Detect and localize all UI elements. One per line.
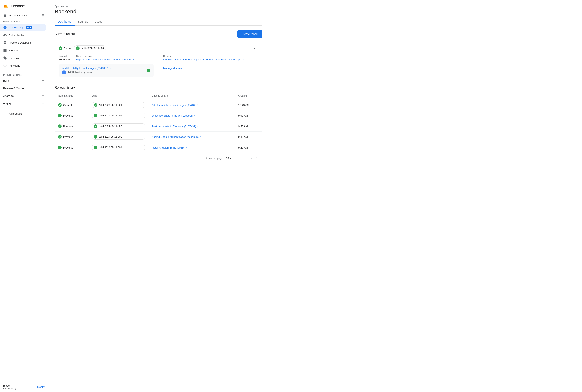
app-name: Firebase (11, 4, 25, 8)
create-rollout-button[interactable]: Create rollout (237, 30, 262, 38)
source-repo-link[interactable]: https://github.com/jhuleatt/tmp-angular-… (76, 58, 134, 61)
chevron-down-icon-engage (41, 102, 45, 105)
commit-link[interactable]: Add the ability to post images (6341067)… (62, 66, 112, 70)
commit-meta: J Jeff Huleatt • main (62, 70, 112, 74)
commit-external-icon: ↗ (110, 67, 112, 69)
build-cell: build-2024-05-11-001 (89, 132, 148, 142)
row-check-icon (58, 103, 62, 107)
build-badge: build-2024-05-11-004 (74, 46, 106, 51)
build-cell: build-2024-05-11-002 (89, 121, 148, 132)
external-link-icon: ↗ (132, 58, 134, 61)
table-row: Previousbuild-2024-05-11-002Post new cha… (55, 121, 262, 132)
commit-link-text: Add the ability to post images (6341067) (62, 66, 109, 70)
sidebar-category-build[interactable]: Build (0, 77, 48, 84)
project-shortcuts-label: Project shortcuts (0, 19, 48, 24)
storage-icon (3, 48, 7, 52)
build-text: build-2024-05-11-000 (99, 146, 122, 149)
table-body: Currentbuild-2024-05-11-004Add the abili… (55, 100, 262, 153)
change-link[interactable]: Install AngularFire (f04a06b) ↗ (152, 146, 187, 149)
project-overview-left: Project Overview (3, 14, 28, 17)
build-badge-cell: build-2024-05-11-003 (92, 113, 145, 118)
more-options-button[interactable]: ⋮ (251, 45, 258, 52)
build-badge-cell: build-2024-05-11-004 (92, 102, 145, 108)
sidebar-category-engage[interactable]: Engage (0, 100, 48, 107)
tab-settings[interactable]: Settings (75, 18, 92, 26)
tabs: Dashboard Settings Usage (55, 18, 262, 26)
page-info: 1 – 5 of 5 (235, 156, 246, 160)
check-circle-icon (59, 46, 62, 50)
modify-button[interactable]: Modify (37, 386, 45, 388)
build-row-icon (94, 135, 98, 139)
sidebar-item-authentication[interactable]: Authentication (0, 31, 46, 39)
build-cell: build-2024-05-11-004 (89, 100, 148, 110)
change-link[interactable]: Post new chats to Firestore (7107a31) ↗ (152, 125, 199, 128)
build-text: build-2024-05-11-003 (99, 114, 122, 117)
status-text: Previous (63, 114, 73, 117)
build-label: build-2024-05-11-004 (81, 47, 104, 50)
table-row: Previousbuild-2024-05-11-000Install Angu… (55, 142, 262, 153)
firestore-icon (3, 41, 7, 44)
build-text: build-2024-05-11-002 (99, 125, 122, 128)
created-cell: 9:27 AM (235, 142, 262, 153)
domain-url: friendlychat-codelab-test-angular17-code… (163, 58, 241, 61)
source-repo-block: Source repository https://github.com/jhu… (76, 55, 134, 61)
sidebar-item-app-hosting[interactable]: App Hosting NEW (0, 24, 46, 31)
release-monitor-label: Release & Monitor (3, 87, 25, 90)
sidebar-item-firestore[interactable]: Firestore Database (0, 39, 46, 46)
card-top: Current build-2024-05-11-004 ⋮ (59, 45, 258, 52)
created-cell: 9:50 AM (235, 121, 262, 132)
created-label: Created (59, 55, 70, 57)
domains-label: Domains (163, 55, 258, 57)
change-link[interactable]: Add the ability to post images (6341067)… (152, 104, 201, 106)
row-check-icon (58, 114, 62, 118)
main-content-area: App Hosting Backend Dashboard Settings U… (48, 0, 582, 392)
change-link[interactable]: Adding Google Authentication (dcaab0b) ↗ (152, 136, 201, 138)
status-badges: Current build-2024-05-11-004 (59, 46, 106, 51)
sidebar-category-release-monitor[interactable]: Release & Monitor (0, 84, 48, 92)
project-overview-row[interactable]: Project Overview (0, 12, 48, 19)
row-check-icon (58, 124, 62, 128)
table-row: Currentbuild-2024-05-11-004Add the abili… (55, 100, 262, 110)
sidebar-item-firestore-label: Firestore Database (9, 41, 31, 44)
source-repo-label: Source repository (76, 55, 134, 57)
created-block: Created 10:43 AM (59, 55, 70, 61)
commit-info: Add the ability to post images (6341067)… (62, 66, 112, 74)
sidebar-item-storage[interactable]: Storage (0, 46, 46, 54)
created-cell: 9:49 AM (235, 132, 262, 142)
tab-dashboard[interactable]: Dashboard (55, 18, 75, 26)
change-external-icon: ↗ (193, 115, 195, 117)
manage-domains-link[interactable]: Manage domains (163, 66, 183, 70)
dot-separator: • (81, 71, 82, 74)
chevron-down-icon-build (41, 79, 45, 82)
page-title: Backend (55, 8, 262, 15)
items-per-page-select[interactable]: 10 25 50 (225, 156, 232, 160)
build-cell: build-2024-05-11-003 (89, 110, 148, 121)
sidebar-category-analytics[interactable]: Analytics (0, 92, 48, 100)
page-nav: ‹ › (250, 155, 259, 160)
current-status-badge: Current (59, 46, 72, 50)
sidebar-item-functions[interactable]: Functions (0, 62, 46, 69)
blaze-info: Blaze Pay as you go (3, 384, 17, 390)
domain-link[interactable]: friendlychat-codelab-test-angular17-code… (163, 58, 258, 61)
change-link[interactable]: show new chats in the UI (198a89f) ↗ (152, 114, 195, 117)
status-text: Previous (63, 146, 73, 149)
next-page-button[interactable]: › (255, 155, 259, 160)
prev-page-button[interactable]: ‹ (250, 155, 254, 160)
all-products-icon (3, 112, 7, 116)
product-categories-label: Product categories (0, 71, 48, 77)
sidebar-item-all-products[interactable]: All products (0, 110, 46, 118)
current-label: Current (64, 47, 72, 50)
sidebar-item-extensions[interactable]: Extensions (0, 54, 46, 62)
commit-author: Jeff Huleatt (68, 71, 80, 74)
tab-usage[interactable]: Usage (91, 18, 106, 26)
blaze-sub: Pay as you go (3, 387, 17, 390)
commit-row: Add the ability to post images (6341067)… (59, 64, 154, 77)
settings-icon[interactable] (41, 14, 45, 17)
functions-icon (3, 64, 7, 67)
avatar: J (62, 70, 66, 74)
status-text: Current (63, 104, 72, 106)
table-row: Previousbuild-2024-05-11-003show new cha… (55, 110, 262, 121)
build-text: build-2024-05-11-001 (99, 136, 122, 138)
build-row-icon (94, 114, 98, 118)
sidebar-divider-2 (0, 108, 48, 108)
